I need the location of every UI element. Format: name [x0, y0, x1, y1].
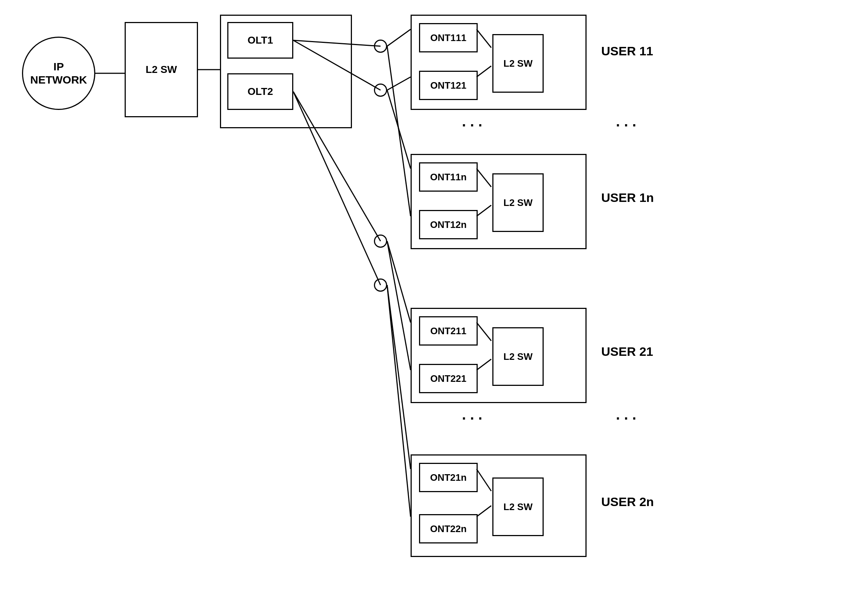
user-label-1n: USER 1n — [601, 190, 654, 205]
l2sw-ug2n-label: L2 SW — [504, 501, 532, 513]
ont22n-label: ONT22n — [430, 523, 467, 535]
ont111-label: ONT111 — [430, 32, 466, 44]
dots-2: · · · — [462, 410, 482, 427]
l2sw-ug21: L2 SW — [493, 327, 544, 386]
ont22n-box: ONT22n — [419, 514, 478, 544]
l2sw-ug21-label: L2 SW — [504, 351, 532, 362]
l2sw-ug1n-label: L2 SW — [504, 197, 532, 209]
ont11n-box: ONT11n — [419, 162, 478, 192]
dots-right-1: · · · — [616, 117, 636, 134]
ont12n-box: ONT12n — [419, 210, 478, 239]
ont21n-label: ONT21n — [430, 472, 467, 483]
ont21n-box: ONT21n — [419, 463, 478, 492]
svg-line-9 — [387, 285, 411, 469]
ont11n-label: ONT11n — [430, 171, 467, 183]
user-group-2n: ONT21n ONT22n L2 SW — [411, 454, 587, 557]
svg-line-13 — [387, 285, 411, 517]
ont211-box: ONT211 — [419, 316, 478, 346]
svg-line-11 — [387, 46, 411, 216]
splitter-2 — [374, 83, 387, 97]
user-label-2n: USER 2n — [601, 495, 654, 509]
svg-line-12 — [387, 241, 411, 370]
splitter-3 — [374, 234, 387, 248]
ont121-label: ONT121 — [430, 80, 466, 91]
olt1-label: OLT1 — [247, 35, 273, 46]
user-group-11: ONT111 ONT121 L2 SW — [411, 15, 587, 110]
splitter-4 — [374, 278, 387, 292]
svg-line-8 — [387, 241, 411, 322]
svg-line-7 — [387, 90, 411, 168]
l2sw-ug2n: L2 SW — [493, 478, 544, 536]
ont221-label: ONT221 — [430, 373, 466, 384]
l2sw-main-label: L2 SW — [146, 64, 177, 75]
splitter-1 — [374, 39, 387, 53]
olt1-box: OLT1 — [227, 22, 293, 59]
svg-line-6 — [387, 29, 411, 46]
user-label-11: USER 11 — [601, 44, 653, 58]
olt2-label: OLT2 — [247, 86, 273, 97]
ont221-box: ONT221 — [419, 364, 478, 393]
ont12n-label: ONT12n — [430, 219, 467, 231]
user-group-21: ONT211 ONT221 L2 SW — [411, 308, 587, 403]
ip-network-node: IP NETWORK — [22, 37, 95, 110]
dots-1: · · · — [462, 117, 482, 134]
ont111-box: ONT111 — [419, 23, 478, 52]
ont211-label: ONT211 — [430, 325, 466, 337]
user-label-21: USER 21 — [601, 344, 653, 359]
ont121-box: ONT121 — [419, 71, 478, 100]
dots-right-2: · · · — [616, 410, 636, 427]
l2sw-ug11-label: L2 SW — [504, 58, 532, 69]
svg-line-10 — [387, 77, 411, 90]
l2sw-ug11: L2 SW — [493, 34, 544, 93]
user-group-1n: ONT11n ONT12n L2 SW — [411, 154, 587, 249]
ip-network-label: IP NETWORK — [30, 60, 87, 86]
olt2-box: OLT2 — [227, 73, 293, 110]
l2sw-main-box: L2 SW — [124, 22, 198, 117]
l2sw-ug1n: L2 SW — [493, 173, 544, 232]
